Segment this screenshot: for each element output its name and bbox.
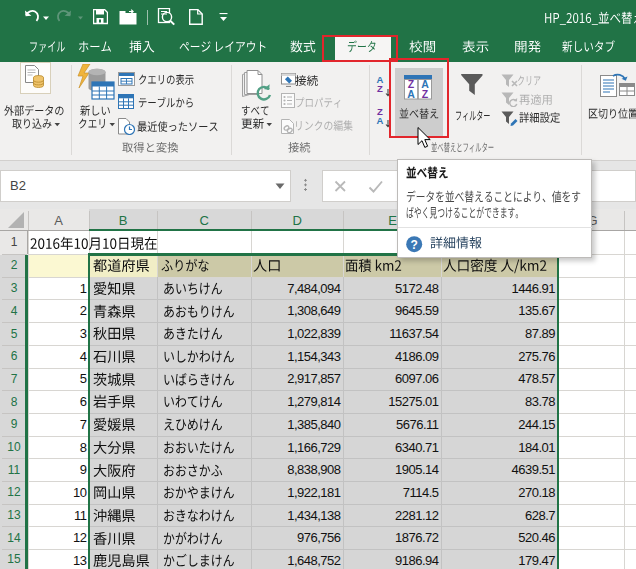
- svg-text:?: ?: [410, 237, 417, 251]
